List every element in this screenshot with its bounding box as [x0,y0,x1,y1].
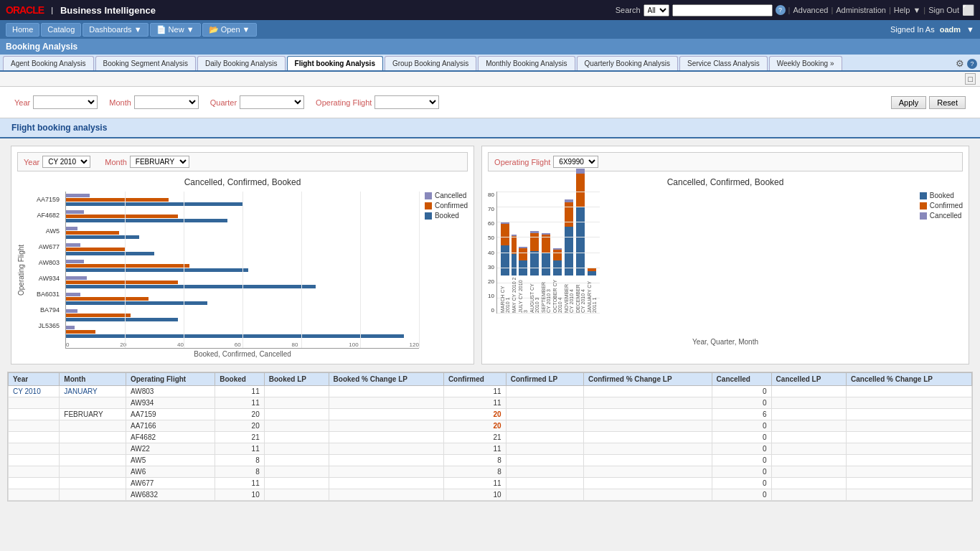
td-booked: 20 [215,409,264,420]
new-label: New [169,25,184,34]
td-booked-pct [329,489,443,501]
td-confirmed-pct [583,432,712,443]
td-flight: AW677 [126,478,215,489]
tab-weekly-booking[interactable]: Weekly Booking » [769,56,842,70]
td-year [9,443,60,455]
td-month [60,432,126,443]
tab-agent-booking[interactable]: Agent Booking Analysis [3,56,94,70]
td-cancelled-pct [847,478,972,489]
apply-button[interactable]: Apply [891,96,927,109]
administration-link[interactable]: Administration [836,6,886,14]
year-filter-select[interactable] [33,95,98,109]
legend-booked: Booked [425,212,468,220]
search-input[interactable] [672,4,773,17]
collapse-icon[interactable]: □ [965,73,976,85]
col-booked-lp: Booked LP [264,373,329,386]
signed-in-label: Signed In As oadm [890,25,961,34]
td-confirmed: 11 [443,386,506,397]
booked-legend-color [425,212,432,220]
operating-flight-filter-group: Operating Flight [316,95,439,109]
search-help-icon[interactable]: ? [776,5,786,15]
td-year [9,397,60,409]
td-booked: 10 [215,489,264,501]
tab-service-class[interactable]: Service Class Analysis [679,56,768,70]
data-table: Year Month Operating Flight Booked Booke… [8,372,972,501]
user-menu-arrow[interactable]: ▼ [966,25,974,34]
td-confirmed-lp [506,489,583,501]
td-year [9,478,60,489]
tab-quarterly-booking[interactable]: Quarterly Booking Analysis [577,56,679,70]
left-year-select[interactable]: CY 2010 [42,156,90,168]
vbar-group-1: MAY CY 2010 2 [512,235,517,313]
month-filter-select[interactable] [134,95,199,109]
advanced-link[interactable]: Advanced [793,6,828,14]
main-content: □ Year Month Quarter Operating Flight [0,72,980,551]
left-hbar-chart: AA7159AF4682AW5AW677AW803AW934BA6031BA79… [27,192,419,349]
td-cancelled-pct [847,466,972,478]
right-booked-label: Booked [930,192,954,199]
td-confirmed-lp [506,386,583,397]
tab-booking-segment[interactable]: Booking Segment Analysis [95,56,196,70]
td-month [60,478,126,489]
td-confirmed-pct [583,409,712,420]
col-month: Month [60,373,126,386]
tab-flight-booking[interactable]: Flight booking Analysis [287,56,383,70]
td-confirmed-pct [583,386,712,397]
td-confirmed-pct [583,478,712,489]
help-link[interactable]: Help [894,6,910,14]
search-scope-select[interactable]: All [644,4,669,17]
td-cancelled-lp [771,455,846,466]
tab-monthly-booking[interactable]: Monthly Booking Analysis [478,56,575,70]
legend-confirmed: Confirmed [425,202,468,209]
td-confirmed: 21 [443,432,506,443]
td-month: JANUARY [60,386,126,397]
td-confirmed: 10 [443,489,506,501]
td-booked-lp [264,409,329,420]
td-booked: 8 [215,466,264,478]
help-icon[interactable]: ? [967,59,977,69]
open-button[interactable]: 📂 Open ▼ [202,23,257,37]
left-month-select[interactable]: FEBRUARY [130,156,189,168]
home-button[interactable]: Home [6,23,39,37]
td-booked-lp [264,455,329,466]
reset-button[interactable]: Reset [929,96,966,109]
table-row: FEBRUARYAA715920206 [9,409,972,420]
month-filter-label: Month [109,98,131,107]
td-cancelled-pct [847,455,972,466]
tab-daily-booking[interactable]: Daily Booking Analysis [197,56,286,70]
td-cancelled: 6 [712,409,771,420]
td-booked: 21 [215,432,264,443]
td-cancelled: 0 [712,455,771,466]
right-flight-select[interactable]: 6X9990 [553,156,598,168]
td-confirmed: 20 [443,420,506,432]
filter-area: Year Month Quarter Operating Flight Appl… [0,87,980,118]
confirmed-legend-label: Confirmed [435,202,468,209]
td-booked-pct [329,397,443,409]
new-button[interactable]: 📄 New ▼ [150,23,201,37]
left-month-group: Month FEBRUARY [105,156,189,168]
td-cancelled-lp [771,443,846,455]
settings-icon[interactable]: ⚙ [956,58,964,69]
td-confirmed-lp [506,409,583,420]
operating-flight-filter-select[interactable] [374,95,439,109]
td-booked-pct [329,386,443,397]
td-booked-lp [264,432,329,443]
right-booked-color [920,192,927,199]
quarter-filter-select[interactable] [240,95,304,109]
col-year: Year [9,373,60,386]
dashboards-button[interactable]: Dashboards ▼ [83,23,148,37]
left-year-label: Year [24,158,39,166]
table-row: AW93411110 [9,397,972,409]
tab-group-booking[interactable]: Group Booking Analysis [385,56,476,70]
td-cancelled-lp [771,432,846,443]
td-flight: AA7159 [126,409,215,420]
table-row: AW67711110 [9,478,972,489]
catalog-button[interactable]: Catalog [41,23,81,37]
signout-link[interactable]: Sign Out [928,6,959,14]
td-year [9,455,60,466]
td-confirmed-pct [583,466,712,478]
td-year [9,409,60,420]
td-confirmed: 11 [443,397,506,409]
td-flight: AW6 [126,466,215,478]
td-cancelled: 0 [712,478,771,489]
